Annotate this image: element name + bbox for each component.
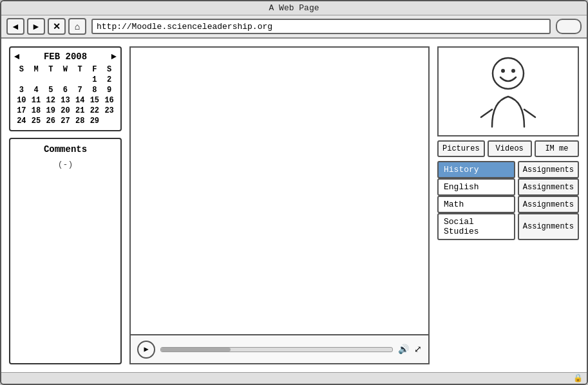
calendar-month-year: FEB 2008 — [44, 52, 87, 62]
cal-day[interactable]: 21 — [73, 106, 88, 116]
cal-day[interactable]: 7 — [73, 85, 88, 95]
subject-row: EnglishAssignments — [437, 178, 579, 196]
cal-day[interactable]: 17 — [14, 106, 29, 116]
assignments-button-english[interactable]: Assignments — [518, 178, 579, 196]
status-bar: 🔒 — [1, 372, 587, 384]
cal-day[interactable]: 22 — [88, 106, 102, 116]
cal-day[interactable]: 5 — [43, 85, 58, 95]
subject-label-math[interactable]: Math — [437, 196, 515, 213]
cal-day[interactable]: 14 — [73, 95, 88, 106]
status-icon: 🔒 — [573, 373, 583, 383]
assignments-button-history[interactable]: Assignments — [518, 161, 579, 178]
cal-day — [29, 75, 44, 85]
svg-line-3 — [481, 109, 492, 117]
svg-point-0 — [493, 58, 524, 89]
center-column: ▶ 🔊 ⤢ — [129, 46, 430, 364]
resize-icon[interactable]: ⤢ — [414, 344, 422, 355]
page-content: ◄ FEB 2008 ► SMTWTFS 1234567891011121314… — [1, 39, 587, 372]
pictures-button[interactable]: Pictures — [437, 140, 485, 157]
cal-day[interactable]: 23 — [102, 106, 117, 116]
cal-day[interactable]: 18 — [29, 106, 44, 116]
home-button[interactable]: ⌂ — [68, 18, 86, 35]
cal-day[interactable]: 4 — [29, 85, 44, 95]
cal-day[interactable]: 25 — [29, 116, 44, 126]
cal-day — [43, 75, 58, 85]
subject-row: MathAssignments — [437, 196, 579, 213]
videos-button[interactable]: Videos — [488, 140, 532, 157]
action-buttons: Pictures Videos IM me — [437, 140, 579, 157]
search-button[interactable] — [556, 19, 582, 34]
cal-day[interactable]: 12 — [43, 95, 58, 106]
play-button[interactable]: ▶ — [137, 341, 155, 359]
cal-day[interactable]: 3 — [14, 85, 29, 95]
cal-day[interactable]: 15 — [88, 95, 102, 106]
video-controls: ▶ 🔊 ⤢ — [131, 334, 428, 363]
cal-day[interactable]: 28 — [73, 116, 88, 126]
cal-day[interactable]: 27 — [58, 116, 73, 126]
address-bar[interactable] — [91, 19, 551, 34]
comments-title: Comments — [15, 144, 115, 155]
avatar-box — [437, 46, 579, 136]
cal-day[interactable]: 1 — [88, 75, 102, 85]
cal-day[interactable]: 16 — [102, 95, 117, 106]
cal-day[interactable]: 9 — [102, 85, 117, 95]
subject-label-social-studies[interactable]: Social Studies — [437, 213, 515, 240]
progress-bar[interactable] — [160, 347, 393, 352]
left-column: ◄ FEB 2008 ► SMTWTFS 1234567891011121314… — [9, 46, 122, 364]
right-column: Pictures Videos IM me HistoryAssignments… — [437, 46, 579, 364]
svg-point-2 — [511, 69, 515, 73]
cal-prev-button[interactable]: ◄ — [14, 52, 19, 62]
comments-box: Comments (-) — [9, 138, 122, 364]
assignments-button-math[interactable]: Assignments — [518, 196, 579, 213]
cal-day-header: S — [14, 64, 29, 75]
cal-day[interactable]: 6 — [58, 85, 73, 95]
forward-button[interactable]: ► — [27, 18, 45, 35]
calendar-grid: SMTWTFS 12345678910111213141516171819202… — [14, 64, 117, 126]
assignments-button-social-studies[interactable]: Assignments — [518, 213, 579, 240]
subject-label-english[interactable]: English — [437, 178, 515, 196]
cal-day[interactable]: 11 — [29, 95, 44, 106]
cal-day[interactable]: 24 — [14, 116, 29, 126]
cal-day — [102, 116, 117, 126]
title-bar: A Web Page — [1, 1, 587, 15]
cal-day-header: M — [29, 64, 44, 75]
cal-next-button[interactable]: ► — [111, 52, 117, 62]
close-button[interactable]: ✕ — [48, 18, 66, 35]
video-screen — [131, 48, 428, 334]
comments-content: (-) — [15, 160, 115, 169]
subject-label-history[interactable]: History — [437, 161, 515, 178]
cal-day-header: F — [88, 64, 102, 75]
im-button[interactable]: IM me — [535, 140, 579, 157]
avatar-svg — [476, 53, 540, 130]
cal-day-header: S — [102, 64, 117, 75]
volume-icon[interactable]: 🔊 — [398, 344, 409, 355]
svg-point-1 — [501, 69, 505, 73]
cal-day[interactable]: 8 — [88, 85, 102, 95]
cal-day[interactable]: 19 — [43, 106, 58, 116]
cal-day — [58, 75, 73, 85]
cal-day[interactable]: 26 — [43, 116, 58, 126]
video-container: ▶ 🔊 ⤢ — [129, 46, 430, 364]
back-button[interactable]: ◄ — [6, 18, 24, 35]
cal-day — [14, 75, 29, 85]
cal-day-header: T — [73, 64, 88, 75]
cal-day — [73, 75, 88, 85]
subject-row: Social StudiesAssignments — [437, 213, 579, 240]
progress-fill — [161, 348, 231, 352]
cal-day-header: T — [43, 64, 58, 75]
play-icon: ▶ — [144, 344, 148, 354]
cal-day[interactable]: 29 — [88, 116, 102, 126]
svg-line-4 — [524, 109, 535, 117]
cal-day-header: W — [58, 64, 73, 75]
cal-day[interactable]: 10 — [14, 95, 29, 106]
cal-day[interactable]: 13 — [58, 95, 73, 106]
subject-row: HistoryAssignments — [437, 161, 579, 178]
toolbar: ◄ ► ✕ ⌂ — [1, 15, 587, 39]
cal-day[interactable]: 20 — [58, 106, 73, 116]
browser-window: A Web Page ◄ ► ✕ ⌂ ◄ FEB 2008 ► SMTWTFS — [0, 0, 588, 385]
calendar: ◄ FEB 2008 ► SMTWTFS 1234567891011121314… — [9, 46, 122, 131]
subject-list: HistoryAssignmentsEnglishAssignmentsMath… — [437, 161, 579, 240]
calendar-header: ◄ FEB 2008 ► — [14, 52, 117, 62]
window-title: A Web Page — [269, 3, 319, 13]
cal-day[interactable]: 2 — [102, 75, 117, 85]
